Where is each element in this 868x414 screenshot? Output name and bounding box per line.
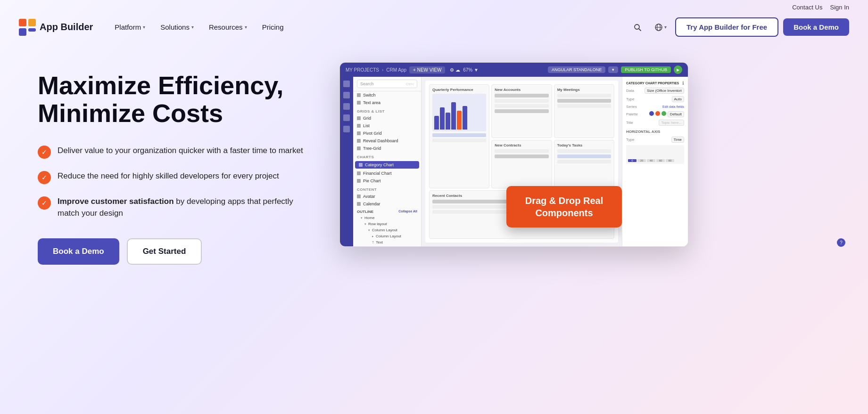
mock-row-14 bbox=[557, 160, 611, 163]
outline-text[interactable]: T Text bbox=[357, 239, 417, 245]
textarea-icon bbox=[357, 101, 361, 105]
hero-title: Maximize Efficiency, Minimize Costs bbox=[38, 72, 311, 128]
edit-data-fields-button[interactable]: Edit data fields bbox=[662, 105, 684, 108]
check-icon-1: ✓ bbox=[38, 146, 51, 159]
screenshot-zoom: 67% ▼ bbox=[463, 67, 479, 73]
logo-icon bbox=[19, 19, 36, 36]
check-icon-2: ✓ bbox=[38, 171, 51, 184]
sidebar-search-area: Search Ctrl+/ bbox=[353, 77, 421, 91]
mock-row-1 bbox=[432, 133, 486, 137]
sidebar-icon-settings bbox=[343, 126, 350, 132]
tb-dropdown: ▾ bbox=[608, 66, 618, 73]
canvas-card-tasks: Today's Tasks bbox=[554, 140, 614, 188]
mock-row-9 bbox=[557, 104, 611, 108]
nav-actions: ▾ Try App Builder for Free Book a Demo bbox=[629, 17, 849, 37]
mock-row-6 bbox=[495, 109, 548, 113]
sign-in-link[interactable]: Sign In bbox=[830, 4, 849, 11]
pie-chart-item[interactable]: Pie Chart bbox=[353, 177, 421, 185]
prop-title-value[interactable]: Topic here... bbox=[659, 120, 684, 126]
canvas-card-tasks-title: Today's Tasks bbox=[557, 143, 611, 147]
contact-us-link[interactable]: Contact Us bbox=[792, 4, 822, 11]
outline-column-layout1[interactable]: ▾ Column Layout bbox=[357, 227, 417, 233]
switch-item[interactable]: Switch bbox=[353, 91, 421, 99]
feature-item-3: ✓ Improve customer satisfaction by devel… bbox=[38, 195, 311, 219]
prop-type-row: Type Auto bbox=[626, 96, 684, 102]
category-chart-item[interactable]: Category Chart bbox=[355, 161, 419, 169]
try-free-button[interactable]: Try App Builder for Free bbox=[675, 17, 778, 37]
prop-h-type-row: Type Time bbox=[626, 137, 684, 143]
book-demo-button[interactable]: Book a Demo bbox=[38, 238, 119, 265]
sidebar-search-input[interactable]: Search Ctrl+/ bbox=[357, 80, 417, 88]
grid-item[interactable]: Grid bbox=[353, 114, 421, 122]
mock-row-7 bbox=[557, 94, 611, 97]
canvas-card-accounts-title: New Accounts bbox=[495, 88, 548, 92]
tree-expand-icon: ▾ bbox=[364, 222, 366, 226]
pivot-grid-item[interactable]: Pivot Grid bbox=[353, 130, 421, 137]
new-view-button[interactable]: + NEW VIEW bbox=[409, 66, 445, 73]
logo-text: App Builder bbox=[40, 22, 93, 32]
search-button[interactable] bbox=[629, 19, 646, 36]
book-demo-nav-button[interactable]: Book a Demo bbox=[783, 18, 849, 36]
nav-pricing[interactable]: Pricing bbox=[256, 19, 290, 35]
globe-icon bbox=[654, 23, 663, 32]
screenshot-topbar: MY PROJECTS › CRM App + NEW VIEW ⚙ ☁ 67%… bbox=[340, 63, 688, 77]
mock-row-11 bbox=[495, 154, 548, 158]
prop-title-row: Title Topic here... bbox=[626, 120, 684, 126]
sidebar-icons-strip bbox=[340, 77, 353, 246]
mock-row-2 bbox=[432, 138, 486, 142]
bar-20: 20 bbox=[637, 159, 646, 162]
color-dot-3 bbox=[661, 111, 666, 116]
prop-info-icon[interactable]: ℹ bbox=[682, 81, 684, 86]
h-axis-section: Horizontal Axis Type Time 0 20 40 60 80 bbox=[626, 130, 684, 164]
search-icon bbox=[633, 23, 642, 32]
financial-chart-item[interactable]: Financial Chart bbox=[353, 170, 421, 177]
publish-button[interactable]: PUBLISH TO GITHUB bbox=[621, 66, 671, 73]
tree-grid-item[interactable]: Tree-Grid bbox=[353, 145, 421, 152]
language-selector[interactable]: ▾ bbox=[651, 20, 670, 34]
outline-row-layout[interactable]: ▾ Row layout bbox=[357, 221, 417, 227]
mock-row-13 bbox=[557, 154, 611, 158]
search-kbd-hint: Ctrl+/ bbox=[406, 82, 414, 86]
chevron-down-icon: ▾ bbox=[664, 24, 667, 30]
reveal-dashboard-item[interactable]: Reveal Dashboard bbox=[353, 137, 421, 145]
h-axis-title: Horizontal Axis bbox=[626, 130, 684, 134]
tree-expand-icon: ▾ bbox=[368, 228, 370, 232]
outline-chart[interactable]: 📊 Category Chart bbox=[357, 245, 417, 246]
h-axis-chart: 0 20 40 60 80 bbox=[626, 145, 684, 164]
logo[interactable]: App Builder bbox=[19, 19, 93, 36]
breadcrumb-separator: › bbox=[382, 67, 383, 73]
outline-column-layout2[interactable]: ▸ Column Layout bbox=[357, 233, 417, 239]
hero-section: Maximize Efficiency, Minimize Costs ✓ De… bbox=[0, 43, 868, 279]
avatar-item[interactable]: Avatar bbox=[353, 193, 421, 200]
nav-platform[interactable]: Platform ▾ bbox=[108, 19, 152, 35]
get-started-button[interactable]: Get Started bbox=[127, 238, 202, 265]
sidebar-icon-data bbox=[343, 103, 350, 110]
list-item[interactable]: List bbox=[353, 122, 421, 130]
pie-chart-icon bbox=[357, 179, 361, 183]
mock-row-5 bbox=[495, 104, 548, 108]
screenshot-topbar-right: ANGULAR STANDALONE ▾ PUBLISH TO GITHUB ▶ bbox=[548, 65, 682, 74]
textarea-item[interactable]: Text area bbox=[353, 99, 421, 106]
screenshot-body: Search Ctrl+/ Switch Text area GRIDS & L… bbox=[340, 77, 688, 246]
outline-home[interactable]: ▾ Home bbox=[357, 215, 417, 221]
calendar-item[interactable]: Calendar bbox=[353, 200, 421, 208]
canvas-card-contracts: New Contracts bbox=[491, 140, 552, 188]
outline-header: OUTLINE Collapse All bbox=[357, 210, 417, 214]
nav-resources[interactable]: Resources ▾ bbox=[202, 19, 254, 35]
run-button[interactable]: ▶ bbox=[674, 65, 682, 74]
collapse-all-button[interactable]: Collapse All bbox=[398, 210, 417, 214]
feature-text-2: Reduce the need for highly skilled devel… bbox=[58, 170, 279, 182]
outline-section: OUTLINE Collapse All ▾ Home ▾ Row layout bbox=[353, 208, 421, 246]
mock-row-10 bbox=[495, 149, 548, 153]
feature-text-1: Deliver value to your organization quick… bbox=[58, 145, 303, 157]
nav-solutions[interactable]: Solutions ▾ bbox=[154, 19, 200, 35]
nav-links: Platform ▾ Solutions ▾ Resources ▾ Prici… bbox=[108, 19, 629, 35]
mock-row-3 bbox=[495, 94, 548, 97]
tree-expand-icon: ▾ bbox=[361, 216, 363, 220]
avatar-icon bbox=[357, 195, 361, 198]
mock-row-4 bbox=[495, 99, 548, 103]
top-bar: Contact Us Sign In bbox=[0, 0, 868, 13]
app-screenshot: MY PROJECTS › CRM App + NEW VIEW ⚙ ☁ 67%… bbox=[339, 62, 688, 247]
screenshot-breadcrumb: MY PROJECTS bbox=[346, 67, 379, 73]
mock-row-12 bbox=[557, 149, 611, 153]
